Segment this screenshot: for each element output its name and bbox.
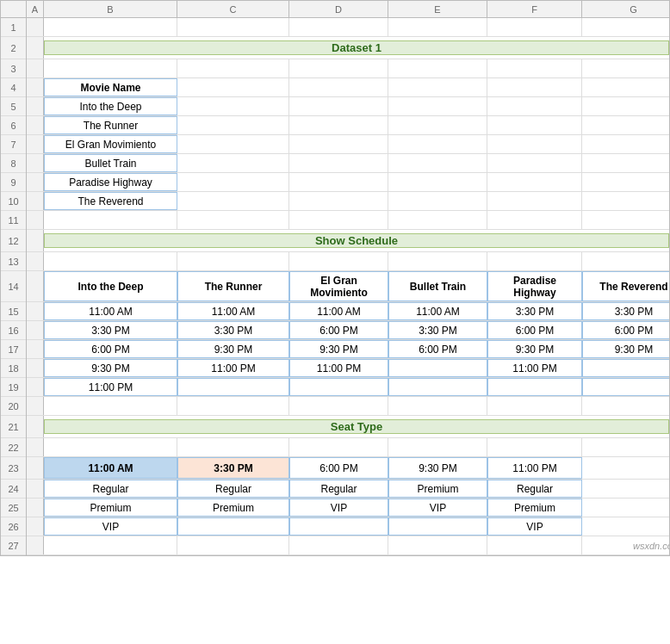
row-19: 11:00 PM [27,378,669,397]
sched-r2-c4: 3:30 PM [388,321,487,339]
sched-r4-c2: 11:00 PM [177,359,289,377]
r20-g [582,397,669,415]
col-headers: A B C D E F G [1,1,669,18]
r13-g [582,252,669,270]
r7-e [388,135,487,153]
row-15: 11:00 AM 11:00 AM 11:00 AM 11:00 AM 3:30… [27,302,669,321]
watermark: wsxdn.com [582,536,669,554]
sched-r5-c6 [582,378,669,396]
row-20 [27,397,669,416]
r10-g [582,192,669,210]
row-14: Into the Deep The Runner El Gran Movimie… [27,271,669,302]
rn-3: 3 [1,59,26,78]
row-11 [27,211,669,230]
sched-r2-c2: 3:30 PM [177,321,289,339]
r11-e [388,211,487,229]
sched-r4-c6 [582,359,669,377]
seat-r2-c3: VIP [289,498,388,517]
movie-3: El Gran Movimiento [44,135,177,153]
col-header-g: G [582,1,670,17]
r22-d [289,438,388,456]
seat-col-2: 3:30 PM [177,457,289,479]
r3-e [388,59,487,77]
r6-c [177,116,289,134]
r5-a [27,97,44,115]
sched-r5-c4 [388,378,487,396]
sched-r2-c6: 6:00 PM [582,321,669,339]
r20-a [27,397,44,415]
r8-f [487,154,582,172]
seat-r1-c1: Regular [44,480,177,498]
sched-r2-c1: 3:30 PM [44,321,177,339]
sched-r4-c3: 11:00 PM [289,359,388,377]
r3-c [177,59,289,77]
row-10: The Reverend [27,192,669,211]
corner-cell [1,1,27,17]
r5-g [582,97,669,115]
r9-g [582,173,669,191]
seat-r3-c4 [388,517,487,536]
seat-r2-c4: VIP [388,498,487,517]
r5-c [177,97,289,115]
row-25: Premium Premium VIP VIP Premium [27,498,669,517]
row-21: Seat Type [27,416,669,438]
rn-27: 27 [1,536,26,555]
r14-a [27,271,44,301]
r23-g [582,457,669,479]
row-16: 3:30 PM 3:30 PM 6:00 PM 3:30 PM 6:00 PM … [27,321,669,340]
r7-g [582,135,669,153]
seat-r1-c4: Premium [388,480,487,498]
r13-f [487,252,582,270]
rn-6: 6 [1,116,26,135]
r9-f [487,173,582,191]
seat-r2-c1: Premium [44,498,177,517]
col-header-c: C [177,1,289,17]
r7-a [27,135,44,153]
sched-col-3: El Gran Movimiento [289,271,388,301]
r22-b [44,438,177,456]
r5-d [289,97,388,115]
col-header-e: E [388,1,487,17]
r7-d [289,135,388,153]
cell-area: Dataset 1 Movie Name [27,18,669,555]
r6-a [27,116,44,134]
row-numbers: 1 2 3 4 5 6 7 8 9 10 11 12 13 14 15 16 1… [1,18,27,555]
seat-r3-c3 [289,517,388,536]
r10-d [289,192,388,210]
sched-r3-c2: 9:30 PM [177,340,289,358]
r12-section-schedule: Show Schedule [44,230,669,251]
rn-17: 17 [1,340,26,359]
rn-24: 24 [1,480,26,498]
r5-f [487,97,582,115]
r24-g [582,480,669,498]
r3-f [487,59,582,77]
r1-g [582,18,669,36]
rn-1: 1 [1,18,26,37]
r11-b [44,211,177,229]
sched-r4-c1: 9:30 PM [44,359,177,377]
seat-col-5: 11:00 PM [487,457,582,479]
movie-1: Into the Deep [44,97,177,115]
rn-18: 18 [1,359,26,378]
schedule-header: Show Schedule [44,233,669,248]
seat-r3-c5: VIP [487,517,582,536]
sched-r5-c5 [487,378,582,396]
sched-r1-c6: 3:30 PM [582,302,669,320]
rn-21: 21 [1,416,26,438]
movie-5: Paradise Highway [44,173,177,191]
seat-r2-c2: Premium [177,498,289,517]
r19-a [27,378,44,396]
col-header-a: A [27,1,44,17]
rn-16: 16 [1,321,26,340]
r26-g [582,517,669,536]
rn-10: 10 [1,192,26,211]
sched-r5-c3 [289,378,388,396]
col-header-d: D [289,1,388,17]
spreadsheet: A B C D E F G 1 2 3 4 5 6 7 8 9 10 11 12 [0,0,670,556]
movie-6: The Reverend [44,192,177,210]
r4-a [27,78,44,96]
sched-col-2: The Runner [177,271,289,301]
r15-a [27,302,44,320]
r11-a [27,211,44,229]
sched-r4-c4 [388,359,487,377]
